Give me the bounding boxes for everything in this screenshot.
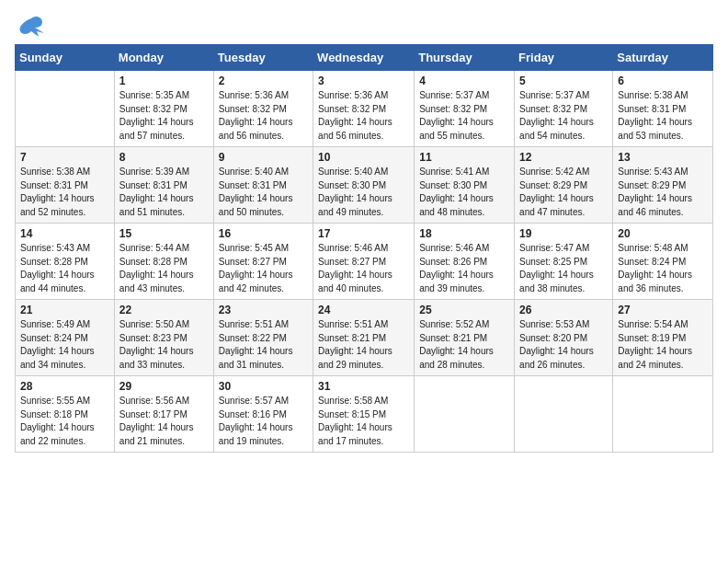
calendar-cell: 6Sunrise: 5:38 AMSunset: 8:31 PMDaylight… bbox=[613, 71, 713, 147]
column-header-sunday: Sunday bbox=[16, 45, 115, 71]
day-number: 25 bbox=[419, 304, 509, 316]
day-info: Sunrise: 5:46 AMSunset: 8:26 PMDaylight:… bbox=[419, 242, 509, 295]
calendar-cell: 24Sunrise: 5:51 AMSunset: 8:21 PMDayligh… bbox=[313, 300, 415, 376]
day-number: 10 bbox=[318, 151, 409, 164]
calendar-cell: 1Sunrise: 5:35 AMSunset: 8:32 PMDaylight… bbox=[114, 71, 213, 147]
day-number: 17 bbox=[318, 227, 409, 240]
column-header-wednesday: Wednesday bbox=[313, 45, 415, 71]
calendar-cell: 31Sunrise: 5:58 AMSunset: 8:15 PMDayligh… bbox=[313, 376, 415, 453]
day-number: 20 bbox=[618, 227, 708, 240]
day-number: 18 bbox=[419, 227, 509, 240]
calendar-cell: 4Sunrise: 5:37 AMSunset: 8:32 PMDaylight… bbox=[415, 71, 515, 147]
day-info: Sunrise: 5:54 AMSunset: 8:19 PMDaylight:… bbox=[618, 318, 708, 372]
day-info: Sunrise: 5:46 AMSunset: 8:27 PMDaylight:… bbox=[318, 242, 409, 295]
day-info: Sunrise: 5:35 AMSunset: 8:32 PMDaylight:… bbox=[119, 89, 209, 143]
day-number: 19 bbox=[519, 227, 608, 240]
calendar-table: SundayMondayTuesdayWednesdayThursdayFrid… bbox=[15, 44, 713, 453]
day-number: 7 bbox=[20, 151, 109, 164]
day-info: Sunrise: 5:38 AMSunset: 8:31 PMDaylight:… bbox=[618, 89, 708, 143]
day-number: 5 bbox=[519, 75, 608, 87]
calendar-cell: 7Sunrise: 5:38 AMSunset: 8:31 PMDaylight… bbox=[16, 147, 115, 224]
calendar-cell: 2Sunrise: 5:36 AMSunset: 8:32 PMDaylight… bbox=[213, 71, 313, 147]
calendar-week-4: 21Sunrise: 5:49 AMSunset: 8:24 PMDayligh… bbox=[16, 300, 713, 376]
day-info: Sunrise: 5:43 AMSunset: 8:28 PMDaylight:… bbox=[20, 242, 109, 295]
day-number: 2 bbox=[219, 75, 308, 87]
calendar-week-3: 14Sunrise: 5:43 AMSunset: 8:28 PMDayligh… bbox=[16, 224, 713, 300]
day-number: 30 bbox=[219, 380, 308, 393]
column-header-friday: Friday bbox=[515, 45, 613, 71]
day-info: Sunrise: 5:57 AMSunset: 8:16 PMDaylight:… bbox=[219, 395, 308, 448]
column-header-thursday: Thursday bbox=[415, 45, 515, 71]
calendar-cell: 16Sunrise: 5:45 AMSunset: 8:27 PMDayligh… bbox=[213, 224, 313, 300]
logo-bird-icon bbox=[18, 15, 44, 37]
day-info: Sunrise: 5:49 AMSunset: 8:24 PMDaylight:… bbox=[20, 318, 109, 372]
day-number: 24 bbox=[318, 304, 409, 316]
calendar-cell: 5Sunrise: 5:37 AMSunset: 8:32 PMDaylight… bbox=[515, 71, 613, 147]
day-info: Sunrise: 5:36 AMSunset: 8:32 PMDaylight:… bbox=[219, 89, 308, 143]
calendar-cell: 17Sunrise: 5:46 AMSunset: 8:27 PMDayligh… bbox=[313, 224, 415, 300]
day-number: 16 bbox=[219, 227, 308, 240]
calendar-cell: 19Sunrise: 5:47 AMSunset: 8:25 PMDayligh… bbox=[515, 224, 613, 300]
day-number: 3 bbox=[318, 75, 409, 87]
calendar-cell: 15Sunrise: 5:44 AMSunset: 8:28 PMDayligh… bbox=[114, 224, 213, 300]
day-info: Sunrise: 5:38 AMSunset: 8:31 PMDaylight:… bbox=[20, 166, 109, 219]
calendar-cell: 10Sunrise: 5:40 AMSunset: 8:30 PMDayligh… bbox=[313, 147, 415, 224]
calendar-cell: 27Sunrise: 5:54 AMSunset: 8:19 PMDayligh… bbox=[613, 300, 713, 376]
calendar-cell: 18Sunrise: 5:46 AMSunset: 8:26 PMDayligh… bbox=[415, 224, 515, 300]
day-number: 26 bbox=[519, 304, 608, 316]
day-info: Sunrise: 5:40 AMSunset: 8:30 PMDaylight:… bbox=[318, 166, 409, 219]
day-info: Sunrise: 5:42 AMSunset: 8:29 PMDaylight:… bbox=[519, 166, 608, 219]
day-number: 9 bbox=[219, 151, 308, 164]
logo bbox=[15, 15, 44, 37]
day-info: Sunrise: 5:37 AMSunset: 8:32 PMDaylight:… bbox=[419, 89, 509, 143]
calendar-cell bbox=[16, 71, 115, 147]
day-info: Sunrise: 5:40 AMSunset: 8:31 PMDaylight:… bbox=[219, 166, 308, 219]
day-number: 28 bbox=[20, 380, 109, 393]
day-number: 8 bbox=[119, 151, 209, 164]
day-number: 27 bbox=[618, 304, 708, 316]
day-number: 13 bbox=[618, 151, 708, 164]
day-number: 29 bbox=[119, 380, 209, 393]
calendar-cell: 11Sunrise: 5:41 AMSunset: 8:30 PMDayligh… bbox=[415, 147, 515, 224]
calendar-cell: 20Sunrise: 5:48 AMSunset: 8:24 PMDayligh… bbox=[613, 224, 713, 300]
calendar-cell: 9Sunrise: 5:40 AMSunset: 8:31 PMDaylight… bbox=[213, 147, 313, 224]
day-info: Sunrise: 5:43 AMSunset: 8:29 PMDaylight:… bbox=[618, 166, 708, 219]
day-info: Sunrise: 5:41 AMSunset: 8:30 PMDaylight:… bbox=[419, 166, 509, 219]
day-info: Sunrise: 5:58 AMSunset: 8:15 PMDaylight:… bbox=[318, 395, 409, 448]
day-number: 1 bbox=[119, 75, 209, 87]
day-info: Sunrise: 5:45 AMSunset: 8:27 PMDaylight:… bbox=[219, 242, 308, 295]
day-info: Sunrise: 5:50 AMSunset: 8:23 PMDaylight:… bbox=[119, 318, 209, 372]
column-header-tuesday: Tuesday bbox=[213, 45, 313, 71]
calendar-cell: 3Sunrise: 5:36 AMSunset: 8:32 PMDaylight… bbox=[313, 71, 415, 147]
day-number: 4 bbox=[419, 75, 509, 87]
calendar-cell: 29Sunrise: 5:56 AMSunset: 8:17 PMDayligh… bbox=[114, 376, 213, 453]
calendar-week-5: 28Sunrise: 5:55 AMSunset: 8:18 PMDayligh… bbox=[16, 376, 713, 453]
calendar-cell: 13Sunrise: 5:43 AMSunset: 8:29 PMDayligh… bbox=[613, 147, 713, 224]
calendar-cell: 14Sunrise: 5:43 AMSunset: 8:28 PMDayligh… bbox=[16, 224, 115, 300]
day-number: 11 bbox=[419, 151, 509, 164]
calendar-week-1: 1Sunrise: 5:35 AMSunset: 8:32 PMDaylight… bbox=[16, 71, 713, 147]
calendar-cell: 21Sunrise: 5:49 AMSunset: 8:24 PMDayligh… bbox=[16, 300, 115, 376]
day-info: Sunrise: 5:53 AMSunset: 8:20 PMDaylight:… bbox=[519, 318, 608, 372]
page-header bbox=[15, 15, 713, 37]
day-info: Sunrise: 5:52 AMSunset: 8:21 PMDaylight:… bbox=[419, 318, 509, 372]
day-info: Sunrise: 5:55 AMSunset: 8:18 PMDaylight:… bbox=[20, 395, 109, 448]
day-number: 6 bbox=[618, 75, 708, 87]
day-number: 23 bbox=[219, 304, 308, 316]
day-number: 12 bbox=[519, 151, 608, 164]
day-info: Sunrise: 5:44 AMSunset: 8:28 PMDaylight:… bbox=[119, 242, 209, 295]
column-header-saturday: Saturday bbox=[613, 45, 713, 71]
day-info: Sunrise: 5:51 AMSunset: 8:22 PMDaylight:… bbox=[219, 318, 308, 372]
day-number: 22 bbox=[119, 304, 209, 316]
calendar-cell: 22Sunrise: 5:50 AMSunset: 8:23 PMDayligh… bbox=[114, 300, 213, 376]
calendar-cell bbox=[415, 376, 515, 453]
calendar-week-2: 7Sunrise: 5:38 AMSunset: 8:31 PMDaylight… bbox=[16, 147, 713, 224]
calendar-cell: 26Sunrise: 5:53 AMSunset: 8:20 PMDayligh… bbox=[515, 300, 613, 376]
column-header-monday: Monday bbox=[114, 45, 213, 71]
day-info: Sunrise: 5:39 AMSunset: 8:31 PMDaylight:… bbox=[119, 166, 209, 219]
calendar-header-row: SundayMondayTuesdayWednesdayThursdayFrid… bbox=[16, 45, 713, 71]
calendar-cell bbox=[613, 376, 713, 453]
calendar-cell: 23Sunrise: 5:51 AMSunset: 8:22 PMDayligh… bbox=[213, 300, 313, 376]
calendar-cell: 12Sunrise: 5:42 AMSunset: 8:29 PMDayligh… bbox=[515, 147, 613, 224]
day-number: 15 bbox=[119, 227, 209, 240]
